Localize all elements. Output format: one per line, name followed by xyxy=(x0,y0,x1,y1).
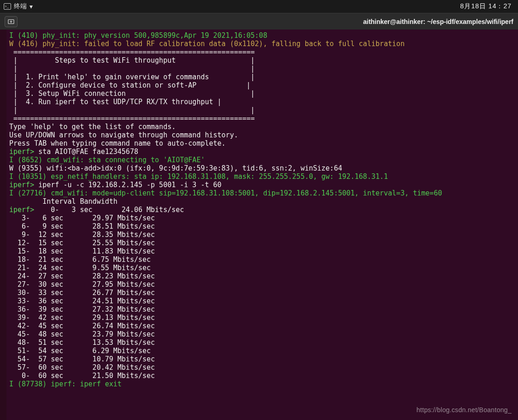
terminal-line: 36- 39 sec 27.32 Mbits/sec xyxy=(9,305,515,314)
terminal-line: ========================================… xyxy=(9,114,515,123)
topbar-app-indicator[interactable]: 终端 ▾ xyxy=(4,2,33,11)
terminal-line: 57- 60 sec 20.42 Mbits/sec xyxy=(9,363,515,372)
terminal-line: I (87738) iperf: iperf exit xyxy=(9,380,515,388)
topbar-datetime[interactable]: 8月18日 14：27 xyxy=(460,2,512,11)
terminal-line: | 3. Setup WiFi connection | xyxy=(9,89,515,98)
terminal-line: 39- 42 sec 29.13 Mbits/sec xyxy=(9,314,515,322)
terminal-line: Interval Bandwidth xyxy=(9,197,515,206)
terminal-line: iperf> 0- 3 sec 24.06 Mbits/sec xyxy=(9,206,515,214)
terminal-line: I (27716) cmd_wifi: mode=udp-client sip=… xyxy=(9,189,515,197)
terminal-line: I (8652) cmd_wifi: sta connecting to 'AI… xyxy=(9,156,515,164)
terminal-line: 18- 21 sec 6.75 Mbits/sec xyxy=(9,255,515,264)
terminal-line: iperf> iperf -u -c 192.168.2.145 -p 5001… xyxy=(9,181,515,189)
terminal-line: Press TAB when typing command name to au… xyxy=(9,139,515,148)
new-tab-button[interactable] xyxy=(5,16,18,27)
terminal-line: 12- 15 sec 25.55 Mbits/sec xyxy=(9,239,515,247)
gnome-topbar: 终端 ▾ 8月18日 14：27 xyxy=(0,0,518,13)
terminal-line: | | xyxy=(9,106,515,114)
new-tab-icon xyxy=(8,18,14,25)
terminal-line: W (416) phy_init: failed to load RF cali… xyxy=(9,40,515,48)
terminal-line: | 2. Configure device to station or soft… xyxy=(9,81,515,89)
watermark-text: https://blog.csdn.net/Boantong_ xyxy=(417,406,512,414)
terminal-line: 6- 9 sec 28.51 Mbits/sec xyxy=(9,222,515,231)
terminal-line: 48- 51 sec 13.53 Mbits/sec xyxy=(9,338,515,347)
terminal-viewport[interactable]: I (410) phy_init: phy_version 500,985899… xyxy=(6,30,518,420)
terminal-line: 54- 57 sec 10.79 Mbits/sec xyxy=(9,355,515,363)
terminal-line: 24- 27 sec 28.23 Mbits/sec xyxy=(9,272,515,280)
terminal-line: | 1. Print 'help' to gain overview of co… xyxy=(9,73,515,81)
terminal-line: iperf> sta AIOT@FAE fae12345678 xyxy=(9,148,515,156)
terminal-line: I (410) phy_init: phy_version 500,985899… xyxy=(9,31,515,40)
terminal-line: Type 'help' to get the list of commands. xyxy=(9,123,515,131)
terminal-line: 27- 30 sec 27.95 Mbits/sec xyxy=(9,280,515,289)
terminal-line: | | xyxy=(9,65,515,73)
terminal-line: 33- 36 sec 24.51 Mbits/sec xyxy=(9,297,515,305)
terminal-line: 51- 54 sec 6.29 Mbits/sec xyxy=(9,347,515,355)
terminal-line: 0- 60 sec 21.50 Mbits/sec xyxy=(9,372,515,380)
terminal-icon xyxy=(4,3,11,10)
terminal-line: | 4. Run iperf to test UDP/TCP RX/TX thr… xyxy=(9,98,515,106)
window-titlebar: aithinker@aithinker: ~/esp-idf/examples/… xyxy=(0,13,518,30)
terminal-line: 30- 33 sec 26.77 Mbits/sec xyxy=(9,289,515,297)
terminal-line: | Steps to test WiFi throughput | xyxy=(9,56,515,65)
terminal-line: ========================================… xyxy=(9,48,515,56)
terminal-line: 9- 12 sec 28.35 Mbits/sec xyxy=(9,231,515,239)
terminal-line: 45- 48 sec 23.79 Mbits/sec xyxy=(9,330,515,338)
left-gutter xyxy=(0,30,6,420)
app-label: 终端 xyxy=(14,2,27,11)
terminal-line: Use UP/DOWN arrows to navigate through c… xyxy=(9,131,515,139)
chevron-down-icon: ▾ xyxy=(29,3,33,10)
window-title: aithinker@aithinker: ~/esp-idf/examples/… xyxy=(363,18,513,25)
terminal-line: 3- 6 sec 29.97 Mbits/sec xyxy=(9,214,515,222)
terminal-line: I (10351) esp_netif_handlers: sta ip: 19… xyxy=(9,172,515,181)
terminal-line: 15- 18 sec 11.83 Mbits/sec xyxy=(9,247,515,255)
terminal-line: 21- 24 sec 9.55 Mbits/sec xyxy=(9,264,515,272)
terminal-line: 42- 45 sec 26.74 Mbits/sec xyxy=(9,322,515,330)
terminal-line: W (9355) wifi:<ba-add>idx:0 (ifx:0, 9c:9… xyxy=(9,164,515,172)
